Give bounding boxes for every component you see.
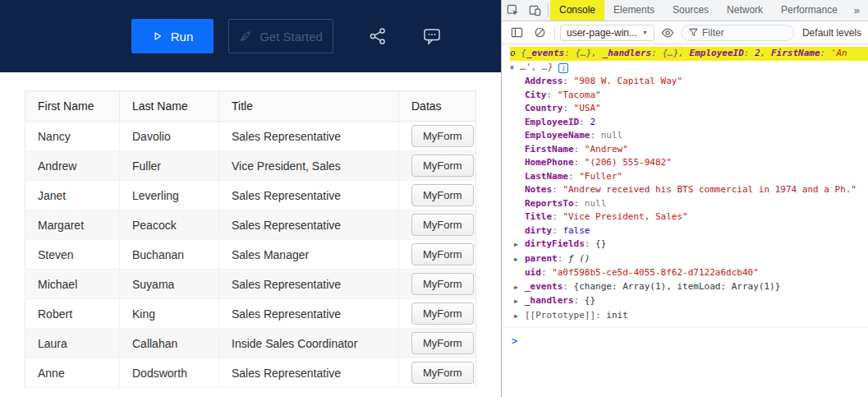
grid-cell: Sales Representative [219, 299, 399, 329]
property-key: dirty [525, 225, 552, 236]
table-row[interactable]: AndrewFullerVice President, SalesMyForm [25, 151, 476, 181]
property-value: "Vice President, Sales" [563, 211, 687, 222]
property-colon: : [547, 90, 558, 100]
grid-cell: Sales Manager [219, 240, 399, 270]
preview-token: , [760, 48, 771, 58]
console-object-preview-line1[interactable]: o {_events: {…}, _handlers: {…}, Employe… [510, 47, 868, 61]
myform-button[interactable]: MyForm [411, 362, 474, 384]
property-key: uid [525, 267, 541, 278]
share-button[interactable] [368, 25, 388, 47]
property-value: {change: Array(1), itemLoad: Array(1)} [574, 281, 781, 292]
myform-button[interactable]: MyForm [411, 273, 474, 295]
myform-button[interactable]: MyForm [411, 184, 474, 206]
tab-performance[interactable]: Performance [772, 0, 847, 21]
get-started-button[interactable]: Get Started [228, 19, 333, 53]
property-key: dirtyFields [525, 238, 585, 249]
collapse-arrow-icon[interactable]: ▼ [510, 62, 521, 76]
myform-button[interactable]: MyForm [411, 125, 474, 147]
expand-arrow-icon[interactable]: ▶ [514, 281, 525, 295]
table-row[interactable]: JanetLeverlingSales RepresentativeMyForm [25, 181, 476, 210]
console-property: Title: "Vice President, Sales" [510, 210, 868, 224]
grid-cell: Buchanan [120, 240, 219, 270]
console-property: FirstName: "Andrew" [510, 143, 868, 157]
chevron-down-icon: ▼ [642, 30, 648, 35]
property-key: FirstName [525, 144, 574, 155]
console-sidebar-toggle-button[interactable] [507, 24, 526, 42]
inspect-element-button[interactable] [502, 0, 524, 21]
myform-button[interactable]: MyForm [411, 302, 474, 325]
preview-token: _events [526, 48, 564, 58]
column-header[interactable]: Title [219, 91, 399, 122]
tab-network[interactable]: Network [718, 0, 772, 21]
console-property: Address: "908 W. Capital Way" [510, 75, 868, 89]
table-row[interactable]: MichaelSuyamaSales RepresentativeMyForm [25, 270, 476, 299]
table-row[interactable]: StevenBuchananSales ManagerMyForm [25, 240, 476, 270]
console-property[interactable]: ▶[[Prototype]]: init [510, 309, 868, 324]
live-expression-button[interactable] [658, 24, 677, 42]
property-colon: : [574, 295, 585, 306]
tab-console[interactable]: Console [550, 0, 604, 21]
expand-arrow-icon[interactable]: ▶ [514, 295, 525, 309]
property-value: "Andrew" [585, 144, 628, 155]
myform-button[interactable]: MyForm [411, 214, 474, 236]
property-colon: : [574, 157, 585, 168]
console-message: o {_events: {…}, _handlers: {…}, Employe… [502, 44, 868, 328]
property-key: _events [525, 281, 563, 292]
property-value: 2 [590, 117, 595, 127]
property-key: LastName [525, 171, 568, 182]
tab-elements[interactable]: Elements [604, 0, 664, 21]
grid-cell: Margaret [25, 210, 120, 240]
console-property: Country: "USA" [510, 102, 868, 116]
property-colon: : [563, 281, 573, 292]
get-started-label: Get Started [259, 30, 323, 44]
preview-token: , [591, 48, 602, 58]
expand-arrow-icon[interactable]: ▶ [514, 238, 525, 252]
table-row[interactable]: MargaretPeacockSales RepresentativeMyFor… [25, 210, 476, 240]
run-button[interactable]: Run [131, 19, 214, 53]
console-toolbar: user-page-win... ▼ Default levels [502, 21, 868, 44]
myform-button[interactable]: MyForm [411, 155, 474, 177]
filter-input[interactable] [702, 27, 784, 39]
grid-body: NancyDavolioSales RepresentativeMyFormAn… [25, 122, 476, 388]
grid-cell: Vice President, Sales [219, 151, 399, 181]
device-toolbar-button[interactable] [524, 0, 546, 21]
preview-token: , [678, 48, 689, 58]
feedback-button[interactable] [422, 25, 442, 47]
console-property[interactable]: ▶_handlers: {} [510, 294, 868, 309]
property-colon: : [590, 130, 600, 141]
console-property[interactable]: ▶_events: {change: Array(1), itemLoad: A… [510, 280, 868, 295]
tab-sources[interactable]: Sources [664, 0, 718, 21]
property-value: "a0f598b5-ce5d-4055-8f62-d7122a6dcb40" [552, 267, 759, 278]
myform-button[interactable]: MyForm [411, 243, 474, 265]
grid-cell: Robert [25, 299, 120, 329]
demo-content: First NameLast NameTitleDatas NancyDavol… [0, 72, 501, 388]
preview-token: , …} [531, 62, 553, 72]
expand-arrow-icon[interactable]: ▶ [514, 310, 525, 324]
property-colon: : [558, 253, 568, 264]
grid-cell: Laura [25, 329, 120, 358]
devtools-tabs: ConsoleElementsSourcesNetworkPerformance [550, 0, 847, 21]
column-header[interactable]: Datas [399, 91, 476, 122]
more-tabs-button[interactable]: » [847, 0, 866, 21]
column-header[interactable]: First Name [25, 91, 120, 122]
clear-console-button[interactable] [530, 24, 549, 42]
expand-arrow-icon[interactable]: ▶ [514, 253, 525, 267]
console-property: EmployeeName: null [510, 129, 868, 143]
log-levels-button[interactable]: Default levels [802, 27, 861, 39]
table-row[interactable]: LauraCallahanInside Sales CoordinatorMyF… [25, 329, 476, 358]
table-row[interactable]: AnneDodsworthSales RepresentativeMyForm [25, 358, 476, 388]
property-value: "(206) 555-9482" [585, 157, 672, 168]
console-prompt[interactable]: > [502, 328, 868, 349]
device-toolbar-icon [529, 4, 541, 16]
table-row[interactable]: RobertKingSales RepresentativeMyForm [25, 299, 476, 329]
column-header[interactable]: Last Name [120, 91, 219, 122]
myform-button[interactable]: MyForm [411, 332, 474, 354]
console-property[interactable]: ▶parent: ƒ () [510, 252, 868, 267]
grid-cell: Suyama [120, 270, 219, 299]
filter-box[interactable] [681, 25, 794, 41]
grid-cell: Fuller [120, 151, 219, 181]
table-row[interactable]: NancyDavolioSales RepresentativeMyForm [25, 122, 476, 151]
property-colon: : [552, 211, 563, 222]
execution-context-selector[interactable]: user-page-win... ▼ [560, 25, 654, 41]
console-property[interactable]: ▶dirtyFields: {} [510, 238, 868, 252]
